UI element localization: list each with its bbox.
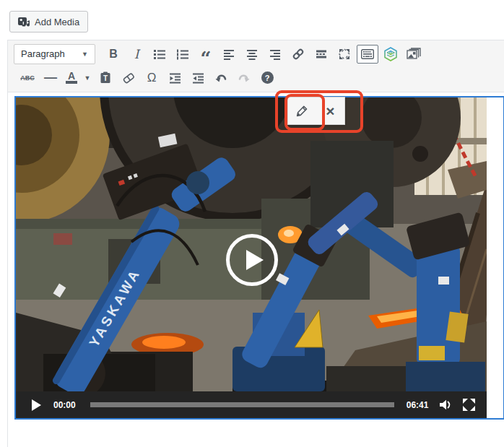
numbered-list-icon xyxy=(176,48,189,60)
align-right-button[interactable] xyxy=(264,45,286,64)
undo-icon xyxy=(214,72,227,84)
duration: 06:41 xyxy=(407,400,429,410)
italic-icon: I xyxy=(134,47,139,61)
read-more-tag-button[interactable] xyxy=(310,45,332,64)
paste-as-text-icon: T xyxy=(100,71,111,84)
numbered-list-button[interactable] xyxy=(172,45,194,64)
edit-pencil-icon xyxy=(296,105,308,117)
clear-formatting-button[interactable] xyxy=(118,69,139,87)
fullscreen-icon xyxy=(339,48,350,60)
text-color-dropdown[interactable]: ▼ xyxy=(82,69,93,87)
wpview-edit-button[interactable] xyxy=(288,97,316,124)
dropdown-caret-icon: ▼ xyxy=(82,51,88,58)
undo-button[interactable] xyxy=(210,69,232,87)
paste-as-text-button[interactable]: T xyxy=(95,69,116,87)
italic-button[interactable]: I xyxy=(126,45,147,64)
eraser-icon xyxy=(122,72,135,84)
omega-icon: Ω xyxy=(147,71,157,85)
link-icon xyxy=(292,48,305,61)
wpview-toolbar: × xyxy=(287,97,345,125)
visual-editor: Paragraph ▼ B I xyxy=(7,40,504,447)
align-center-button[interactable] xyxy=(241,45,263,64)
special-character-button[interactable]: Ω xyxy=(141,69,162,87)
align-left-button[interactable] xyxy=(218,45,240,64)
paragraph-style-dropdown[interactable]: Paragraph ▼ xyxy=(14,44,95,64)
player-fullscreen-button[interactable] xyxy=(463,399,475,411)
tinymce-toolbar: Paragraph ▼ B I xyxy=(8,40,504,92)
layers-plugin-button[interactable] xyxy=(380,45,401,64)
keyboard-icon xyxy=(361,49,374,59)
bulleted-list-button[interactable] xyxy=(149,45,170,64)
wordpress-editor-page: Add Media Paragraph ▼ B I xyxy=(0,0,504,447)
seek-bar[interactable] xyxy=(90,402,394,407)
paragraph-style-value: Paragraph xyxy=(21,48,65,59)
video-wpview-selected[interactable]: YASKAWA xyxy=(14,96,504,420)
insert-link-button[interactable] xyxy=(287,45,309,64)
dropdown-caret-icon: ▼ xyxy=(84,74,91,82)
svg-text:T: T xyxy=(103,74,108,82)
bold-button[interactable]: B xyxy=(103,45,124,64)
help-icon: ? xyxy=(261,71,274,84)
redo-button[interactable] xyxy=(233,69,255,87)
align-right-icon xyxy=(269,48,281,60)
align-center-icon xyxy=(246,48,258,60)
increase-indent-button[interactable] xyxy=(187,69,209,87)
bulleted-list-icon xyxy=(153,48,166,60)
align-left-icon xyxy=(223,48,235,60)
toolbar-row-2: ABC — A ▼ T xyxy=(8,66,504,90)
media-icon xyxy=(18,17,30,27)
text-color-icon: A xyxy=(68,72,75,80)
video-play-overlay-button[interactable] xyxy=(226,234,278,286)
read-more-icon xyxy=(316,49,327,59)
editor-content-area[interactable]: YASKAWA xyxy=(8,92,504,447)
gallery-icon xyxy=(407,48,421,60)
play-triangle-icon xyxy=(246,250,264,270)
indent-icon xyxy=(192,72,204,84)
text-color-button[interactable]: A xyxy=(63,69,80,87)
add-media-button[interactable]: Add Media xyxy=(9,11,88,32)
close-icon: × xyxy=(326,103,334,118)
gallery-button[interactable] xyxy=(403,45,425,64)
strikethrough-icon: ABC xyxy=(20,74,35,82)
current-time: 00:00 xyxy=(53,400,76,410)
volume-button[interactable] xyxy=(440,399,452,410)
horizontal-rule-button[interactable]: — xyxy=(40,69,61,87)
strikethrough-button[interactable]: ABC xyxy=(17,69,38,87)
video-control-bar: 00:00 06:41 xyxy=(16,391,487,418)
toolbar-row-1: Paragraph ▼ B I xyxy=(8,42,504,66)
help-button[interactable]: ? xyxy=(256,69,278,87)
layers-hexagon-icon xyxy=(383,47,398,61)
horizontal-rule-icon: — xyxy=(44,70,57,85)
bold-icon: B xyxy=(109,48,118,61)
add-media-label: Add Media xyxy=(35,17,79,27)
toolbar-toggle-button[interactable] xyxy=(357,45,378,64)
blockquote-button[interactable]: “ xyxy=(195,45,217,64)
fullscreen-button[interactable] xyxy=(334,45,355,64)
play-button[interactable] xyxy=(32,399,42,411)
outdent-icon xyxy=(169,72,181,84)
redo-icon xyxy=(238,72,251,84)
decrease-indent-button[interactable] xyxy=(164,69,186,87)
wpview-remove-button[interactable]: × xyxy=(316,97,344,124)
embedded-video[interactable]: YASKAWA xyxy=(16,97,487,418)
blockquote-icon: “ xyxy=(201,55,212,62)
text-color-swatch xyxy=(66,81,77,84)
